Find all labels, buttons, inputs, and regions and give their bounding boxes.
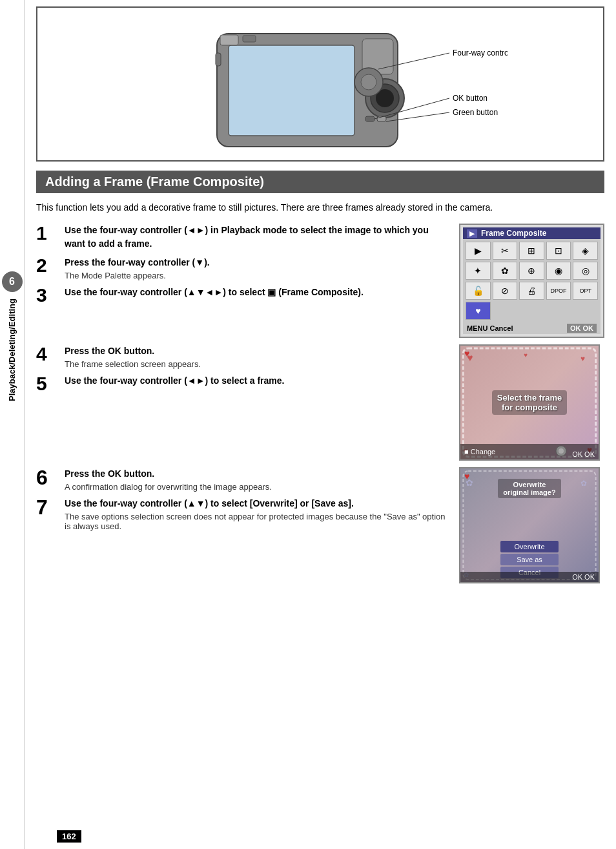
section-title: Adding a Frame (Frame Composite)	[36, 171, 604, 193]
fc-cell-14: DPOF	[546, 282, 571, 300]
fc-ok-btn: OK OK	[567, 324, 597, 333]
svg-rect-10	[220, 35, 238, 45]
fc-header-title: Frame Composite	[481, 229, 546, 238]
fc-screen-footer: MENU Cancel OK OK	[463, 322, 601, 334]
step-3-instruction: Use the four-way controller (▲▼◄►) to se…	[65, 286, 449, 299]
step-7: 7 Use the four-way controller (▲▼) to se…	[36, 497, 449, 531]
fc-cell-3: ⊞	[519, 242, 544, 260]
step-6-note: A confirmation dialog for overwriting th…	[65, 482, 449, 492]
fc-menu-label: MENU Cancel	[467, 324, 513, 332]
step-6: 6 Press the OK button. A confirmation di…	[36, 467, 449, 492]
label-fourway: Four-way controller	[453, 48, 508, 58]
svg-rect-8	[365, 116, 375, 121]
step-1-instruction: Use the four-way controller (◄►) in Play…	[65, 224, 449, 251]
ow-inner: ♥ ✿ ✿ ✿ ✿ Overwriteoriginal image? Overw…	[460, 468, 599, 582]
step-1-number: 1	[36, 224, 61, 243]
svg-rect-1	[229, 45, 354, 136]
ow-ok-label: OK OK	[572, 573, 595, 581]
steps-6-7-col: 6 Press the OK button. A confirmation di…	[36, 467, 449, 536]
step-2: 2 Press the four-way controller (▼). The…	[36, 256, 449, 280]
step-5-body: Use the four-way controller (◄►) to sele…	[65, 374, 449, 388]
svg-text:♥: ♥	[524, 351, 528, 359]
step-6-body: Press the OK button. A confirmation dial…	[65, 467, 449, 492]
fs-screen-inner: ♥ ♥ ♥ ♥ ♥ ♥ Select the framefor composit…	[460, 346, 599, 459]
step-3-body: Use the four-way controller (▲▼◄►) to se…	[65, 286, 449, 299]
fc-cell-2: ✂	[493, 242, 518, 260]
fc-cell-13: 🖨	[519, 282, 544, 300]
ow-screen: ♥ ✿ ✿ ✿ ✿ Overwriteoriginal image? Overw…	[459, 467, 600, 583]
fs-ok-label: OK OK	[572, 450, 595, 458]
svg-text:✿: ✿	[580, 479, 587, 487]
step-7-instruction: Use the four-way controller (▲▼) to sele…	[65, 497, 449, 510]
steps-6-7-row: 6 Press the OK button. A confirmation di…	[36, 467, 604, 583]
chapter-label: Playback/Deleting/Editing	[7, 299, 17, 401]
step-5-instruction: Use the four-way controller (◄►) to sele…	[65, 374, 449, 388]
step-3: 3 Use the four-way controller (▲▼◄►) to …	[36, 286, 449, 305]
fc-cell-11: 🔓	[466, 282, 491, 300]
step-6-number: 6	[36, 467, 61, 488]
step-4: 4 Press the OK button. The frame selecti…	[36, 344, 449, 369]
fc-cell-9: ◉	[546, 262, 571, 280]
step-4-note: The frame selection screen appears.	[65, 359, 449, 369]
label-ok: OK button	[453, 94, 488, 103]
fc-cell-12: ⊘	[493, 282, 518, 300]
fs-heart-icon: ♥	[464, 348, 469, 359]
step-4-instruction: Press the OK button.	[65, 344, 449, 358]
step-2-number: 2	[36, 256, 61, 275]
fc-screen-mockup: ▶ Frame Composite ▶ ✂ ⊞ ⊡ ◈ ✦ ✿ ⊕ ◉ ◎ 🔓 …	[459, 224, 604, 338]
step-4-number: 4	[36, 344, 61, 364]
steps-1-3-row: 1 Use the four-way controller (◄►) in Pl…	[36, 224, 604, 338]
fc-cell-15: OPT	[573, 282, 598, 300]
ow-option-saveas: Save as	[500, 554, 559, 565]
fc-screen-header: ▶ Frame Composite	[463, 227, 601, 239]
steps-4-5-col: 4 Press the OK button. The frame selecti…	[36, 344, 449, 399]
fc-cell-10: ◎	[573, 262, 598, 280]
step-2-instruction: Press the four-way controller (▼).	[65, 256, 449, 269]
main-content: Four-way controller OK button Green butt…	[25, 0, 616, 849]
fc-cell-4: ⊡	[546, 242, 571, 260]
fc-cell-8: ⊕	[519, 262, 544, 280]
page-number: 162	[57, 830, 81, 843]
step-7-number: 7	[36, 497, 61, 518]
fs-screen: ♥ ♥ ♥ ♥ ♥ ♥ Select the framefor composit…	[459, 344, 600, 461]
ow-footer: OK OK	[460, 572, 599, 582]
label-green: Green button	[453, 108, 498, 117]
step-6-instruction: Press the OK button.	[65, 467, 449, 481]
fc-cell-6: ✦	[466, 262, 491, 280]
intro-text: This function lets you add a decorative …	[36, 201, 604, 215]
chapter-number: 6	[2, 271, 23, 292]
frame-composite-screen: ▶ Frame Composite ▶ ✂ ⊞ ⊡ ◈ ✦ ✿ ⊕ ◉ ◎ 🔓 …	[459, 224, 604, 338]
fs-joystick-icon	[555, 445, 568, 457]
fc-cell-1: ▶	[466, 242, 491, 260]
svg-text:♥: ♥	[580, 354, 585, 362]
step-3-number: 3	[36, 286, 61, 305]
fc-header-icon: ▶	[467, 229, 477, 238]
step-1: 1 Use the four-way controller (◄►) in Pl…	[36, 224, 449, 251]
ow-question: Overwriteoriginal image?	[498, 479, 560, 498]
overwrite-screen: ♥ ✿ ✿ ✿ ✿ Overwriteoriginal image? Overw…	[459, 467, 604, 583]
steps-1-3-col: 1 Use the four-way controller (◄►) in Pl…	[36, 224, 449, 310]
step-2-body: Press the four-way controller (▼). The M…	[65, 256, 449, 280]
step-5-number: 5	[36, 374, 61, 393]
fc-cell-7: ✿	[493, 262, 518, 280]
camera-svg: Four-way controller OK button Green butt…	[133, 14, 508, 153]
step-2-note: The Mode Palette appears.	[65, 271, 449, 280]
step-7-note: The save options selection screen does n…	[65, 512, 449, 531]
fs-overlay-text: Select the framefor composite	[492, 390, 567, 415]
svg-point-7	[361, 74, 376, 90]
svg-rect-12	[216, 53, 221, 66]
camera-diagram: Four-way controller OK button Green butt…	[36, 6, 604, 162]
step-4-body: Press the OK button. The frame selection…	[65, 344, 449, 369]
step-5: 5 Use the four-way controller (◄►) to se…	[36, 374, 449, 393]
fs-footer: ■ Change OK OK	[460, 444, 599, 459]
sidebar: 6 Playback/Deleting/Editing	[0, 0, 25, 849]
fc-cell-16: ♥	[466, 302, 491, 320]
steps-4-5-row: 4 Press the OK button. The frame selecti…	[36, 344, 604, 461]
fs-change-label: ■ Change	[464, 448, 495, 456]
fs-ok-area: OK OK	[555, 445, 595, 458]
fc-cell-5: ◈	[573, 242, 598, 260]
step-1-body: Use the four-way controller (◄►) in Play…	[65, 224, 449, 251]
ow-heart-icon: ♥	[464, 471, 469, 481]
svg-point-23	[559, 448, 564, 454]
svg-rect-11	[243, 36, 256, 42]
